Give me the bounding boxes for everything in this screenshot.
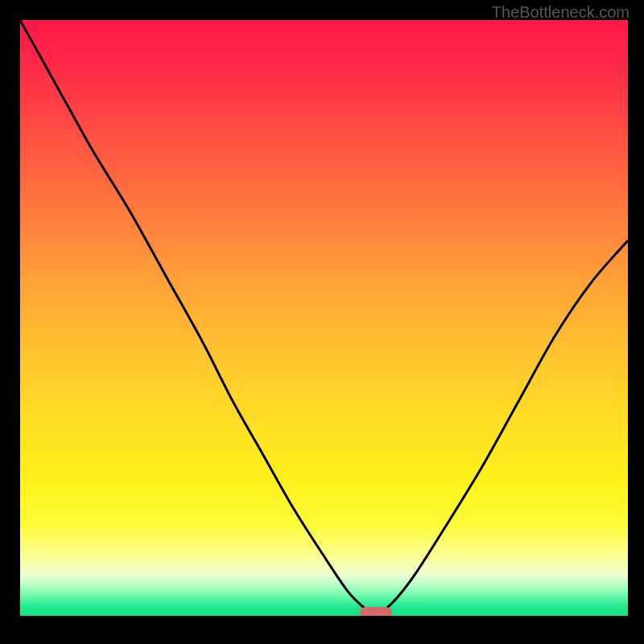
bottleneck-curve-path bbox=[20, 20, 628, 616]
watermark-text: TheBottleneck.com bbox=[492, 3, 630, 22]
chart-plot-area bbox=[20, 20, 628, 616]
minimum-marker bbox=[360, 607, 392, 616]
curve-svg bbox=[20, 20, 628, 616]
